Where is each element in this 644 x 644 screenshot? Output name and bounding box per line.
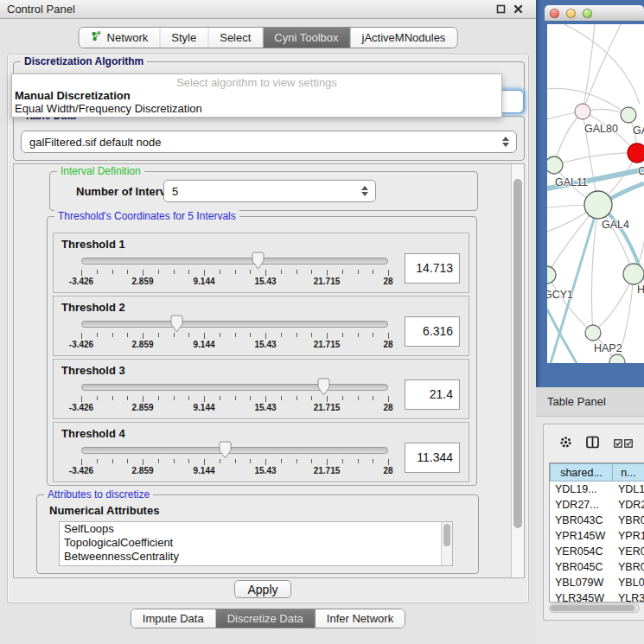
threshold-value-field[interactable]: 14.713 — [405, 253, 460, 284]
network-icon — [91, 30, 103, 45]
threshold-slider-track[interactable] — [81, 258, 388, 265]
table-cell: YDL19... — [550, 481, 613, 497]
table-row[interactable]: YBR045CYBR0 — [550, 559, 644, 575]
table-row[interactable]: YPR145WYPR1 — [550, 528, 644, 544]
table-cell: YBR0 — [613, 513, 644, 528]
tab-style[interactable]: Style — [160, 28, 208, 48]
table-cell: YER054C — [550, 544, 613, 559]
interval-definition-label: Interval Definition — [57, 165, 144, 177]
table-cell: YDL1 — [613, 481, 644, 497]
minimize-traffic-light-icon[interactable] — [566, 9, 576, 18]
tab-impute-data[interactable]: Impute Data — [131, 609, 216, 628]
threshold-value-field[interactable]: 6.316 — [405, 316, 460, 347]
threshold-value-field[interactable]: 11.344 — [405, 443, 460, 473]
table-row[interactable]: YBR043CYBR0 — [550, 513, 644, 528]
table-row[interactable]: YER054CYER0 — [550, 544, 644, 559]
settings-vertical-scrollbar[interactable] — [511, 164, 524, 577]
numerical-attributes-list: SelfLoopsTopologicalCoefficientBetweenne… — [59, 521, 453, 566]
table-cell: YER0 — [613, 544, 644, 559]
algorithm-option-manual[interactable]: Manual Discretization — [12, 89, 501, 102]
network-node[interactable] — [584, 191, 612, 219]
slider-tick-labels: -3.4262.8599.14415.4321.71528 — [81, 277, 388, 288]
float-window-icon[interactable] — [495, 3, 507, 15]
checkbox-icon[interactable] — [624, 436, 633, 451]
network-node[interactable] — [623, 264, 644, 284]
threshold-slider-thumb[interactable] — [316, 378, 331, 396]
table-panel-header: Table Panel — [536, 387, 644, 417]
number-of-intervals-combobox[interactable]: 5 — [163, 180, 376, 202]
zoom-traffic-light-icon[interactable] — [583, 9, 592, 18]
table-horizontal-scrollbar[interactable] — [549, 603, 640, 613]
threshold-slider-thumb[interactable] — [218, 441, 233, 459]
network-edge — [583, 24, 595, 112]
tab-discretize-data[interactable]: Discretize Data — [216, 609, 316, 628]
algorithm-option-equal-width[interactable]: Equal Width/Frequency Discretization — [12, 102, 501, 115]
close-icon[interactable] — [513, 3, 524, 15]
top-tab-bar: NetworkStyleSelectCyni ToolboxjActiveMNo… — [79, 27, 458, 48]
tab-label: Style — [171, 31, 196, 44]
slider-tick-labels: -3.4262.8599.14415.4321.71528 — [81, 403, 388, 414]
table-row[interactable]: YBL079WYBL0 — [550, 575, 644, 590]
number-of-intervals-value: 5 — [172, 185, 178, 198]
bottom-tab-bar: Impute DataDiscretize DataInfer Network — [131, 609, 405, 628]
network-node[interactable] — [585, 325, 601, 341]
table-data-group: Table Data galFiltered.sif default node — [13, 116, 525, 161]
tab-label: Discretize Data — [227, 612, 303, 625]
attribute-list-item[interactable]: TopologicalCoefficient — [60, 536, 452, 550]
panel-title: Control Panel — [7, 3, 75, 16]
table-cell: YBR0 — [613, 559, 644, 575]
table-column-header[interactable]: shared... — [550, 463, 613, 481]
attribute-list-scrollbar[interactable] — [441, 522, 452, 565]
network-node[interactable] — [575, 104, 590, 119]
network-node[interactable] — [547, 156, 563, 174]
network-node[interactable] — [547, 266, 556, 284]
network-node-label: GAL11 — [555, 176, 588, 188]
table-row[interactable]: YLR345WYLR3 — [550, 590, 644, 603]
cyni-toolbox-panel: Discretization Algorithm Select algorith… — [7, 54, 529, 603]
threshold-panel: Threshold 1-3.4262.8599.14415.4321.71528… — [53, 233, 469, 293]
network-node-label: HAP2 — [594, 342, 622, 354]
table-cell: YLR3 — [613, 590, 644, 603]
network-canvas[interactable]: GAL80GACGAL11GAL4GCY1HHAP2 — [547, 24, 644, 363]
column-settings-icon[interactable] — [586, 436, 600, 452]
table-column-header[interactable]: n... — [613, 463, 644, 481]
network-node[interactable] — [628, 143, 644, 163]
slider-tick-labels: -3.4262.8599.14415.4321.71528 — [81, 466, 388, 477]
thresholds-group: Threshold's Coordinates for 5 Intervals … — [47, 216, 477, 486]
table-data-combobox[interactable]: galFiltered.sif default node — [21, 131, 517, 153]
table-cell: YDR27... — [550, 497, 613, 513]
table-cell: YDR2 — [613, 497, 644, 513]
tab-infer-network[interactable]: Infer Network — [316, 609, 405, 628]
network-edge — [554, 153, 637, 165]
threshold-panel: Threshold 3-3.4262.8599.14415.4321.71528… — [53, 359, 469, 419]
tab-label: Infer Network — [327, 612, 393, 625]
tab-cyni-toolbox[interactable]: Cyni Toolbox — [263, 28, 350, 48]
interval-definition-group: Interval Definition Number of Intervals … — [49, 171, 478, 211]
algorithm-placeholder-option[interactable]: Select algorithm to view settings — [12, 74, 501, 89]
threshold-value-field[interactable]: 21.4 — [405, 379, 460, 410]
tab-jactivemnodules[interactable]: jActiveMNodules — [351, 28, 457, 48]
slider-ticks — [81, 396, 388, 403]
tab-label: Cyni Toolbox — [274, 31, 338, 44]
threshold-slider-thumb[interactable] — [251, 252, 265, 270]
threshold-slider-track[interactable] — [81, 384, 388, 391]
tab-network[interactable]: Network — [80, 28, 161, 48]
threshold-slider-track[interactable] — [81, 321, 388, 328]
close-traffic-light-icon[interactable] — [550, 9, 559, 18]
gear-icon[interactable] — [559, 436, 572, 452]
table-row[interactable]: YDL19...YDL1 — [550, 481, 644, 497]
tab-select[interactable]: Select — [208, 28, 263, 48]
table-row[interactable]: YDR27...YDR2 — [550, 497, 644, 513]
attribute-list-item[interactable]: BetweennessCentrality — [60, 550, 452, 564]
network-window-titlebar[interactable] — [545, 5, 644, 21]
threshold-slider-track[interactable] — [81, 447, 388, 454]
network-edge — [547, 309, 577, 363]
checkbox-icon[interactable] — [614, 436, 622, 451]
attribute-list-item[interactable]: SelfLoops — [60, 522, 452, 536]
threshold-slider-thumb[interactable] — [169, 315, 184, 333]
slider-ticks — [81, 333, 388, 340]
network-node[interactable] — [621, 107, 636, 123]
numerical-attributes-heading: Numerical Attributes — [49, 504, 159, 517]
algorithm-dropdown-popup: Select algorithm to view settings Manual… — [11, 73, 502, 118]
apply-button[interactable]: Apply — [234, 580, 291, 598]
